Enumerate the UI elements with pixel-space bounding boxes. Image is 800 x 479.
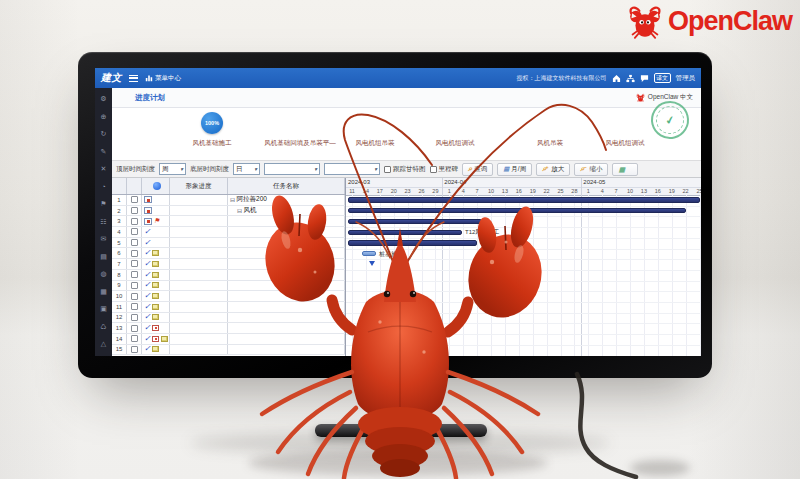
query-button[interactable]: ⌕查询 [462,163,493,176]
gantt-bar[interactable] [362,251,376,256]
sidebar-icon-3[interactable]: ↻ [101,130,107,137]
table-row[interactable]: 9✓ [112,281,345,292]
column-progress[interactable]: 形象进度 [170,178,228,194]
info-icon[interactable] [153,182,161,190]
table-row[interactable]: 7✓ [112,259,345,270]
row-checkbox[interactable] [131,325,138,332]
table-row[interactable]: 11✓ [112,302,345,313]
filter-select-2[interactable]: ▾ [324,163,380,175]
menu-icon[interactable] [129,75,138,82]
table-row[interactable]: 14✓ [112,334,345,345]
table-row[interactable]: 2⊟风机 [112,206,345,217]
gantt-bar[interactable] [348,230,462,235]
table-row[interactable]: 6✓ [112,248,345,259]
workflow-node-2[interactable]: 风机基础回填及吊装平— [264,139,336,148]
row-number: 5 [112,238,127,248]
row-checkbox[interactable] [131,260,138,267]
table-row[interactable]: 12✓ [112,313,345,324]
sidebar-icon-1[interactable]: ⚙ [100,95,106,102]
table-row[interactable]: 4✓ [112,227,345,238]
gantt-chart[interactable]: 2024-03111417202326292024-04147101316192… [345,178,701,356]
row-checkbox[interactable] [131,346,138,353]
row-checkbox[interactable] [131,207,138,214]
row-checkbox[interactable] [131,218,138,225]
sidebar-icon-12[interactable]: ▦ [100,288,107,295]
workflow-node-4[interactable]: 风电机组调试 [436,139,475,148]
workflow-node-6[interactable]: 风电机组调试 [606,139,645,148]
tab-progress-plan[interactable]: 进度计划 [135,93,165,103]
row-checkbox[interactable] [131,228,138,235]
chevron-down-icon: ▾ [374,166,377,172]
row-number: 12 [112,313,127,323]
row-checkbox[interactable] [131,303,138,310]
more-button[interactable]: ▦ [612,163,638,176]
table-row[interactable]: 8✓ [112,270,345,281]
chevron-down-icon: ▾ [314,166,317,172]
sidebar-icon-15[interactable]: △ [101,340,106,347]
home-icon[interactable] [612,74,621,83]
table-row[interactable]: 13✓ [112,323,345,334]
month-week-button[interactable]: ▦月/周 [497,163,532,176]
gantt-bar[interactable] [348,197,700,202]
table-row[interactable]: 10✓ [112,291,345,302]
sidebar-icon-5[interactable]: ✕ [101,165,107,172]
workflow-node-5[interactable]: 风机吊装 [537,139,563,148]
workflow-strip: 100% 风机基础施工风机基础回填及吊装平—风电机组吊装风电机组调试风机吊装风电… [112,108,701,160]
menu-center-button[interactable]: 菜单中心 [145,74,181,83]
note-icon [152,250,159,256]
column-task-name[interactable]: 任务名称 [228,178,345,194]
openclaw-lobster-icon [627,3,663,39]
task-name: 风机 [244,206,257,215]
sidebar-icon-8[interactable]: ☷ [100,218,106,225]
sidebar-icon-13[interactable]: ▣ [100,305,107,312]
row-checkbox[interactable] [131,282,138,289]
expand-icon[interactable]: ⊟ [230,196,235,203]
filter-select-1[interactable]: ▾ [264,163,320,175]
zoom-in-button[interactable]: ⌕+放大 [536,163,570,176]
sidebar-icon-4[interactable]: ✎ [101,148,107,155]
mini-lobster-icon [636,93,645,102]
row-checkbox[interactable] [131,335,138,342]
progress-badge: 100% [201,112,223,134]
message-icon[interactable] [640,74,649,83]
milestone-checkbox[interactable]: 里程碑 [430,165,459,174]
table-row[interactable]: 5✓ [112,238,345,249]
sidebar-icon-2[interactable]: ⊕ [101,113,107,120]
zoom-out-button[interactable]: ⌕−缩小 [574,163,608,176]
row-checkbox[interactable] [131,250,138,257]
gantt-bar[interactable] [348,208,686,213]
table-row[interactable]: 1⊟阿拉善200 [112,195,345,206]
day-tick: 20 [391,187,397,195]
workflow-node-3[interactable]: 风电机组吊装 [356,139,395,148]
sitemap-icon[interactable] [626,74,635,83]
row-checkbox[interactable] [131,239,138,246]
license-text: 授权：上海建文软件科技有限公司 [517,74,607,83]
app-logo[interactable]: 建文 [101,71,122,85]
sidebar-icon-10[interactable]: ▤ [100,253,107,260]
gantt-bar[interactable] [348,219,482,224]
sidebar-icon-9[interactable]: ✉ [101,235,107,242]
track-gantt-checkbox[interactable]: 跟踪甘特图 [384,165,426,174]
sidebar-icon-11[interactable]: ◍ [100,270,106,277]
menu-center-label: 菜单中心 [155,74,181,83]
admin-label[interactable]: 管理员 [676,74,696,83]
row-checkbox[interactable] [131,271,138,278]
sidebar-icon-7[interactable]: ⚑ [100,200,106,207]
task-name: 阿拉善200 [237,195,267,204]
row-checkbox[interactable] [131,196,138,203]
table-row[interactable]: 15✓ [112,345,345,356]
translate-icon[interactable]: 译文 [654,73,671,83]
expand-icon[interactable]: ⊟ [237,207,242,214]
project-icon [144,207,152,214]
gantt-bar[interactable] [348,240,477,245]
checkbox-icon [384,166,391,173]
bottom-scale-select[interactable]: 日▾ [233,163,260,175]
top-scale-select[interactable]: 周▾ [159,163,186,175]
workflow-node-1[interactable]: 风机基础施工 [193,139,232,148]
row-checkbox[interactable] [131,314,138,321]
day-tick: 13 [502,187,508,195]
sidebar-icon-14[interactable]: ♺ [100,323,106,330]
table-row[interactable]: 3⚑ [112,216,345,227]
row-checkbox[interactable] [131,293,138,300]
sidebar-icon-6[interactable]: ◔ [101,183,105,190]
